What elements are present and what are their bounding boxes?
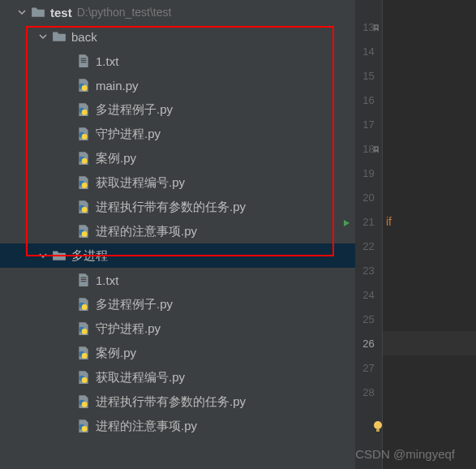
- code-line[interactable]: [383, 282, 476, 307]
- svg-point-21: [82, 304, 88, 310]
- tree-root-row[interactable]: test D:\python_test\test: [0, 0, 355, 24]
- svg-point-32: [374, 421, 382, 429]
- svg-point-23: [82, 329, 88, 334]
- intention-bulb-icon[interactable]: [371, 420, 384, 433]
- svg-rect-2: [81, 62, 87, 62]
- chevron-down-icon[interactable]: [37, 250, 49, 261]
- chevron-down-icon[interactable]: [37, 31, 49, 42]
- svg-point-6: [82, 110, 88, 115]
- gutter-line[interactable]: 22: [355, 234, 382, 258]
- code-line[interactable]: [383, 234, 476, 258]
- code-line[interactable]: [383, 15, 476, 39]
- tree-file[interactable]: 守护进程.py: [0, 316, 355, 341]
- python-file-icon: [76, 394, 91, 409]
- svg-point-4: [82, 85, 88, 91]
- gutter-line[interactable]: 16: [355, 88, 382, 112]
- file-label: 多进程例子.py: [96, 297, 173, 312]
- tree-file[interactable]: 多进程例子.py: [0, 292, 355, 316]
- gutter-line[interactable]: 20: [355, 185, 382, 209]
- gutter-line[interactable]: 27: [355, 355, 382, 380]
- tree-file[interactable]: main.py: [0, 73, 355, 97]
- tree-file[interactable]: 多进程例子.py: [0, 97, 355, 122]
- gutter-line[interactable]: 13: [355, 15, 382, 39]
- gutter-line[interactable]: 14: [355, 39, 382, 63]
- file-label: 守护进程.py: [96, 321, 161, 337]
- gutter-line[interactable]: 24: [355, 282, 382, 307]
- svg-point-8: [82, 134, 88, 140]
- svg-point-10: [82, 158, 88, 164]
- gutter-line[interactable]: 17: [355, 112, 382, 136]
- code-line[interactable]: [383, 185, 476, 209]
- tree-file[interactable]: 案例.py: [0, 146, 355, 170]
- tree-file[interactable]: 进程的注意事项.py: [0, 219, 355, 243]
- editor-gutter[interactable]: 13 14 15 16 17 18 19 20 21 22 23 24 25 2…: [355, 0, 383, 469]
- svg-point-25: [82, 353, 88, 359]
- file-label: 守护进程.py: [96, 127, 161, 142]
- folder-icon: [52, 29, 66, 44]
- tree-folder-multiprocess[interactable]: 多进程: [0, 243, 355, 268]
- code-line[interactable]: [383, 331, 476, 355]
- tree-file[interactable]: 获取进程编号.py: [0, 365, 355, 389]
- root-path: D:\python_test\test: [77, 6, 172, 19]
- file-label: 案例.py: [96, 346, 136, 361]
- file-label: 案例.py: [96, 151, 136, 166]
- fold-marker-icon[interactable]: [372, 23, 380, 31]
- tree-file[interactable]: 进程执行带有参数的任务.py: [0, 195, 355, 219]
- python-file-icon: [76, 224, 91, 239]
- svg-rect-0: [81, 58, 87, 59]
- code-line[interactable]: [383, 136, 476, 161]
- svg-point-27: [82, 377, 88, 383]
- file-label: 进程的注意事项.py: [96, 419, 197, 434]
- tree-file[interactable]: 守护进程.py: [0, 122, 355, 146]
- project-tree[interactable]: test D:\python_test\test back 1.txt main…: [0, 0, 355, 469]
- svg-rect-17: [81, 278, 87, 278]
- file-label: 1.txt: [96, 54, 118, 68]
- code-line[interactable]: [383, 112, 476, 136]
- tree-file[interactable]: 进程执行带有参数的任务.py: [0, 389, 355, 414]
- file-label: 获取进程编号.py: [96, 175, 185, 191]
- gutter-line[interactable]: 23: [355, 258, 382, 282]
- code-line[interactable]: [383, 258, 476, 282]
- gutter-line[interactable]: 18: [355, 136, 382, 161]
- python-file-icon: [76, 321, 91, 336]
- code-line[interactable]: [383, 307, 476, 331]
- python-file-icon: [76, 419, 91, 433]
- watermark: CSDN @mingyeqf: [355, 447, 455, 461]
- svg-rect-33: [376, 429, 380, 432]
- keyword-if: if: [386, 215, 392, 228]
- run-icon[interactable]: [342, 217, 350, 226]
- gutter-line[interactable]: 19: [355, 161, 382, 185]
- gutter-line[interactable]: 25: [355, 307, 382, 331]
- text-file-icon: [76, 273, 91, 287]
- code-line[interactable]: [383, 39, 476, 63]
- python-file-icon: [76, 151, 91, 166]
- gutter-line[interactable]: 26: [355, 331, 382, 355]
- file-label: 进程执行带有参数的任务.py: [96, 394, 246, 410]
- fold-marker-icon[interactable]: [372, 144, 380, 153]
- folder-label: 多进程: [71, 248, 108, 264]
- gutter-line[interactable]: 28: [355, 380, 382, 404]
- code-line[interactable]: [383, 63, 476, 88]
- code-line[interactable]: if: [383, 209, 476, 234]
- code-line[interactable]: [383, 88, 476, 112]
- chevron-down-icon[interactable]: [16, 6, 28, 18]
- file-label: 多进程例子.py: [96, 102, 173, 118]
- gutter-line[interactable]: 15: [355, 63, 382, 88]
- tree-file[interactable]: 获取进程编号.py: [0, 170, 355, 195]
- file-label: 进程执行带有参数的任务.py: [96, 200, 246, 215]
- tree-file[interactable]: 1.txt: [0, 49, 355, 73]
- file-label: main.py: [96, 79, 139, 93]
- tree-file[interactable]: 1.txt: [0, 268, 355, 292]
- tree-file[interactable]: 案例.py: [0, 341, 355, 365]
- code-line[interactable]: [383, 380, 476, 404]
- tree-file[interactable]: 进程的注意事项.py: [0, 414, 355, 438]
- python-file-icon: [76, 175, 91, 190]
- editor-area[interactable]: if: [383, 0, 476, 469]
- code-line[interactable]: [383, 355, 476, 380]
- python-file-icon: [76, 346, 91, 360]
- gutter-line[interactable]: 21: [355, 209, 382, 234]
- folder-label: back: [71, 30, 97, 44]
- file-label: 获取进程编号.py: [96, 370, 185, 385]
- tree-folder-back[interactable]: back: [0, 24, 355, 49]
- code-line[interactable]: [383, 161, 476, 185]
